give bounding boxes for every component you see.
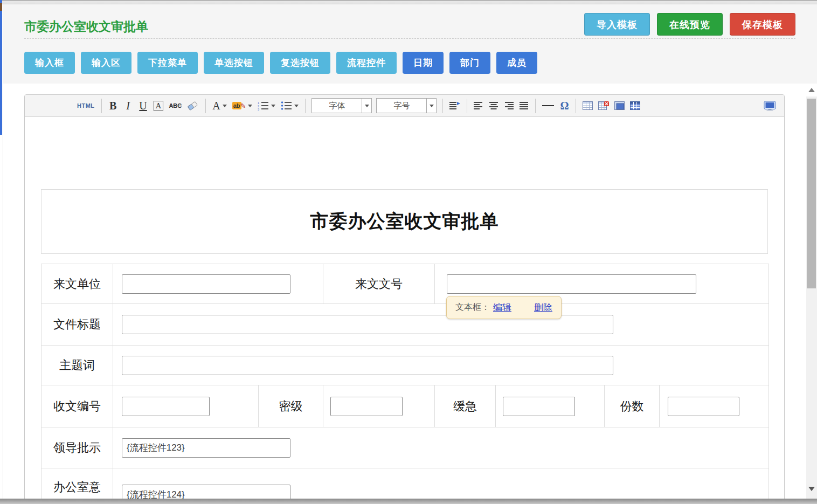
highlight-color-button[interactable]: ab✎ — [231, 98, 254, 113]
delete-table-button[interactable] — [597, 98, 611, 113]
input-secrecy-level[interactable] — [330, 397, 403, 416]
radio-button-button[interactable]: 单选按钮 — [204, 52, 264, 74]
ordered-list-button[interactable]: 1 2 3 — [256, 98, 277, 113]
date-button[interactable]: 日期 — [403, 52, 444, 74]
field-label-doc-number: 来文文号 — [323, 264, 435, 304]
scroll-up-button[interactable] — [806, 84, 817, 96]
arrow-up-icon — [808, 88, 815, 92]
input-subject-words[interactable] — [122, 356, 613, 375]
table-row: 来文单位 来文文号 — [41, 264, 769, 304]
align-right-icon — [504, 102, 514, 110]
editor-document-area[interactable]: 市委办公室收文审批单 来文单位 来文文号 文件标题 主题词 收文 — [25, 117, 784, 503]
font-family-select[interactable]: 字体 — [311, 98, 372, 113]
scroll-down-button[interactable] — [806, 484, 817, 494]
textbox-action-tooltip: 文本框： 编辑 删除 — [446, 296, 562, 319]
toolbar-separator — [576, 99, 576, 113]
ordered-list-icon: 1 2 3 — [258, 101, 269, 111]
chevron-down-icon — [365, 105, 369, 107]
select-arrow[interactable] — [426, 99, 436, 113]
arrow-down-icon — [808, 487, 815, 491]
indent-button[interactable] — [448, 98, 462, 113]
flow-widget-button[interactable]: 流程控件 — [336, 52, 397, 74]
underline-button[interactable]: U — [137, 98, 150, 113]
input-copies[interactable] — [668, 397, 739, 416]
align-left-icon — [474, 102, 483, 110]
strikethrough-button[interactable]: ABC — [167, 98, 183, 113]
field-cell — [113, 385, 259, 427]
insert-table-icon — [583, 101, 593, 110]
font-size-select[interactable]: 字号 — [376, 98, 437, 113]
fullscreen-button[interactable] — [762, 98, 778, 113]
pencil-icon: ✎ — [240, 102, 246, 110]
delete-link[interactable]: 删除 — [534, 301, 552, 314]
align-right-button[interactable] — [502, 98, 515, 113]
font-family-value: 字体 — [312, 99, 362, 113]
window-left-border — [3, 4, 3, 504]
field-cell — [113, 427, 769, 468]
field-label-secrecy: 密级 — [259, 385, 323, 427]
input-box-button[interactable]: 输入框 — [24, 52, 75, 74]
align-justify-icon — [519, 102, 529, 110]
table-row: 文件标题 — [41, 304, 769, 346]
insert-table-button[interactable] — [581, 98, 594, 113]
field-label-copies: 份数 — [605, 385, 660, 427]
department-button[interactable]: 部门 — [449, 52, 490, 74]
member-button[interactable]: 成员 — [496, 52, 537, 74]
html-source-button[interactable]: HTML — [75, 98, 96, 113]
align-left-button[interactable] — [472, 98, 485, 113]
input-leader-comments[interactable] — [122, 438, 290, 458]
import-template-button[interactable]: 导入模板 — [584, 13, 650, 36]
input-doc-number[interactable] — [447, 274, 696, 294]
table-row: 办公室意 — [41, 468, 769, 503]
scrollbar-thumb[interactable] — [807, 99, 816, 288]
chevron-down-icon — [430, 105, 434, 107]
online-preview-button[interactable]: 在线预览 — [657, 13, 723, 36]
align-justify-button[interactable] — [517, 98, 530, 113]
chevron-down-icon — [248, 105, 252, 107]
table-row: 主题词 — [41, 346, 769, 385]
field-cell — [113, 346, 769, 385]
edit-link[interactable]: 编辑 — [493, 301, 511, 314]
align-center-button[interactable] — [487, 98, 500, 113]
input-urgency[interactable] — [503, 397, 575, 416]
form-title-box: 市委办公室收文审批单 — [41, 189, 768, 254]
table-row: 收文编号 密级 缓急 份数 — [41, 385, 769, 427]
field-label-source-unit: 来文单位 — [41, 264, 113, 304]
field-cell — [496, 385, 605, 427]
vertical-scrollbar[interactable] — [806, 84, 817, 499]
header-actions: 导入模板 在线预览 保存模板 — [584, 13, 795, 36]
special-char-button[interactable]: Ω — [558, 98, 571, 113]
select-arrow[interactable] — [362, 99, 371, 113]
horizontal-rule-button[interactable] — [541, 98, 556, 113]
input-area-button[interactable]: 输入区 — [81, 52, 131, 74]
eraser-icon — [187, 101, 199, 111]
boxed-a-icon: A — [154, 101, 164, 111]
table-properties-icon — [630, 101, 640, 110]
window-bottom-edge — [0, 499, 817, 504]
input-receipt-number[interactable] — [122, 397, 210, 416]
dropdown-menu-button[interactable]: 下拉菜单 — [137, 52, 198, 74]
table-cell-properties-button[interactable] — [613, 98, 626, 113]
field-label-receipt-number: 收文编号 — [41, 385, 113, 427]
save-template-button[interactable]: 保存模板 — [730, 13, 795, 36]
indent-icon — [449, 102, 460, 110]
toolbar-separator — [101, 99, 102, 113]
font-color-a-icon: A — [212, 100, 220, 112]
unordered-list-button[interactable] — [279, 98, 300, 113]
table-properties-button[interactable] — [628, 98, 642, 113]
fullscreen-monitor-icon — [764, 101, 776, 111]
input-source-unit[interactable] — [122, 274, 290, 294]
field-label-urgency: 缓急 — [435, 385, 496, 427]
toolbar-separator — [305, 99, 306, 113]
field-label-leader-comments: 领导批示 — [41, 427, 113, 468]
font-color-button[interactable]: A — [211, 98, 228, 113]
rich-text-editor: HTML B I U A ABC A ab✎ 1 2 3 — [24, 94, 785, 503]
window-top-edge — [0, 0, 817, 4]
italic-button[interactable]: I — [122, 98, 135, 113]
remove-format-button[interactable] — [185, 98, 200, 113]
field-cell — [113, 264, 323, 304]
toolbar-separator — [442, 99, 443, 113]
bold-button[interactable]: B — [107, 98, 120, 113]
format-a-button[interactable]: A — [152, 98, 165, 113]
checkbox-button-button[interactable]: 复选按钮 — [270, 52, 330, 74]
